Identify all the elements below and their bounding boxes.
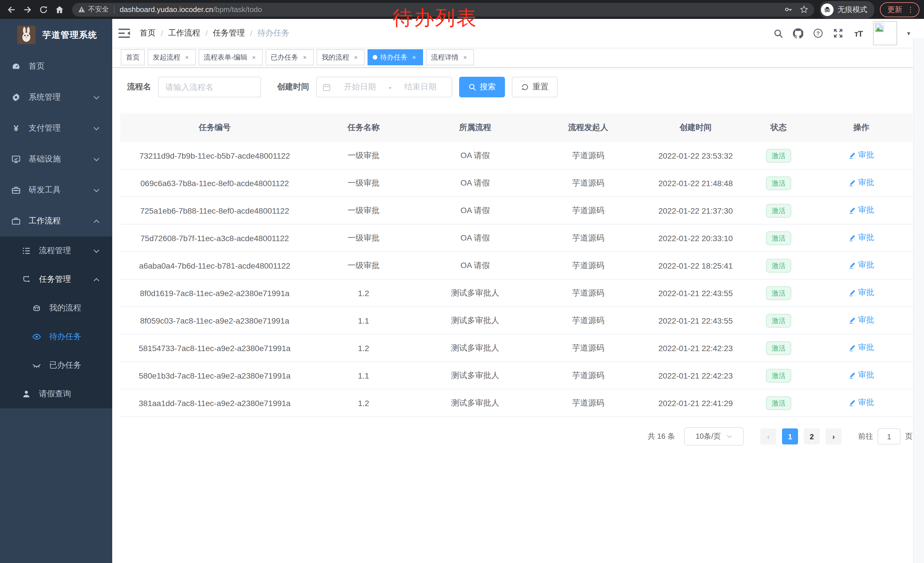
- cell-task-name: 1.1: [309, 362, 418, 389]
- sidebar-collapse-icon[interactable]: [118, 27, 130, 39]
- cell-process: OA 请假: [418, 169, 532, 197]
- cell-initiator: 芋道源码: [532, 169, 644, 197]
- page-scrollbar[interactable]: [913, 38, 924, 563]
- github-icon[interactable]: [793, 28, 804, 38]
- cell-status: 激活: [747, 362, 810, 389]
- sidebar-item-workflow[interactable]: 工作流程: [0, 206, 112, 237]
- dropdown-caret-icon[interactable]: ▾: [907, 30, 910, 37]
- process-name-input[interactable]: [158, 77, 261, 98]
- table-row: 58154733-7ac8-11ec-a9e2-a2380e71991a 1.2…: [120, 334, 912, 362]
- task-table: 任务编号 任务名称 所属流程 流程发起人 创建时间 状态 操作 73211d9d…: [120, 113, 912, 417]
- sidebar-item-my-process[interactable]: 我的流程: [0, 294, 112, 323]
- approve-link[interactable]: 审批: [848, 315, 874, 326]
- page-button-2[interactable]: 2: [804, 428, 820, 444]
- tab-home[interactable]: 首页: [121, 49, 145, 65]
- update-button[interactable]: 更新 ⋮: [880, 2, 920, 17]
- cell-initiator: 芋道源码: [532, 389, 644, 417]
- page-size-select[interactable]: 10条/页: [684, 427, 744, 446]
- goto-page-input[interactable]: [878, 428, 900, 444]
- tab-my-process[interactable]: 我的流程×: [316, 49, 364, 65]
- approve-link[interactable]: 审批: [848, 205, 874, 216]
- chevron-down-icon: [93, 95, 100, 99]
- approve-link[interactable]: 审批: [848, 343, 874, 353]
- breadcrumb-workflow[interactable]: 工作流程: [168, 28, 200, 38]
- breadcrumb-home[interactable]: 首页: [140, 28, 156, 38]
- cell-task-id: 8f0d1619-7ac8-11ec-a9e2-a2380e71991a: [120, 279, 309, 307]
- close-icon[interactable]: ×: [301, 54, 309, 61]
- table-row: 8f059c03-7ac8-11ec-a9e2-a2380e71991a 1.1…: [120, 307, 912, 334]
- date-range-picker[interactable]: 开始日期 - 结束日期: [316, 77, 452, 98]
- avatar[interactable]: [873, 21, 897, 45]
- approve-link[interactable]: 审批: [848, 398, 874, 408]
- search-button[interactable]: 搜索: [459, 77, 505, 98]
- forward-icon[interactable]: [21, 3, 34, 17]
- table-row: 381aa1dd-7ac8-11ec-a9e2-a2380e71991a 1.2…: [120, 389, 912, 417]
- breadcrumb-task-mgmt[interactable]: 任务管理: [213, 28, 245, 38]
- approve-link[interactable]: 审批: [848, 150, 874, 161]
- cell-task-name: 一级审批: [309, 252, 418, 279]
- cell-task-id: 73211d9d-7b9b-11ec-b5b7-acde48001122: [120, 142, 309, 169]
- close-icon[interactable]: ×: [411, 54, 418, 61]
- cell-status: 激活: [747, 334, 810, 362]
- tab-process-detail[interactable]: 流程详情×: [426, 49, 474, 65]
- list-tree-icon: [22, 246, 31, 255]
- cell-initiator: 芋道源码: [532, 362, 644, 389]
- key-icon[interactable]: [784, 5, 793, 14]
- cell-status: 激活: [747, 252, 810, 279]
- tab-form-edit[interactable]: 流程表单-编辑×: [199, 49, 263, 65]
- tab-done-tasks[interactable]: 已办任务×: [266, 49, 314, 65]
- edit-icon: [848, 234, 856, 242]
- close-icon[interactable]: ×: [461, 54, 469, 61]
- sidebar: 芋道管理系统 首页 系统管理 ¥ 支付管理: [0, 19, 112, 563]
- fullscreen-icon[interactable]: [833, 28, 844, 38]
- cell-task-name: 1.2: [309, 279, 418, 307]
- tab-start-process[interactable]: 发起流程×: [148, 49, 196, 65]
- approve-link[interactable]: 审批: [848, 288, 874, 298]
- next-page-button[interactable]: ›: [825, 428, 842, 444]
- app-logo[interactable]: 芋道管理系统: [0, 19, 112, 51]
- cell-process: OA 请假: [418, 197, 532, 224]
- sidebar-item-system[interactable]: 系统管理: [0, 82, 112, 113]
- browser-menu-icon[interactable]: ⋮: [907, 6, 914, 13]
- approve-link[interactable]: 审批: [848, 233, 874, 243]
- security-label: 不安全: [88, 5, 109, 14]
- cell-status: 激活: [747, 224, 810, 252]
- cell-process: 测试多审批人: [418, 389, 532, 417]
- approve-link[interactable]: 审批: [848, 370, 874, 381]
- site-security-chip[interactable]: 不安全: [78, 5, 109, 14]
- sidebar-item-home[interactable]: 首页: [0, 51, 112, 82]
- close-icon[interactable]: ×: [352, 54, 360, 61]
- breadcrumb: 首页 / 工作流程 / 任务管理 / 待办任务: [140, 28, 290, 38]
- reload-icon[interactable]: [37, 3, 50, 17]
- home-icon[interactable]: [52, 3, 66, 17]
- sidebar-item-done-tasks[interactable]: 已办任务: [0, 351, 112, 380]
- cell-actions: 审批: [810, 169, 912, 197]
- close-icon[interactable]: ×: [183, 54, 190, 61]
- star-icon[interactable]: [800, 5, 808, 14]
- prev-page-button[interactable]: ‹: [760, 428, 776, 444]
- sidebar-item-infrastructure[interactable]: 基础设施: [0, 144, 112, 175]
- sidebar-item-task-mgmt[interactable]: 任务管理: [0, 265, 112, 294]
- robot-icon: [32, 303, 41, 313]
- sidebar-item-leave-query[interactable]: 请假查询: [0, 380, 112, 408]
- sidebar-item-process-mgmt[interactable]: 流程管理: [0, 237, 112, 265]
- back-icon[interactable]: [4, 3, 18, 17]
- font-size-icon[interactable]: ᴛT: [853, 28, 864, 38]
- help-icon[interactable]: ?: [813, 28, 824, 38]
- sidebar-item-payment[interactable]: ¥ 支付管理: [0, 113, 112, 144]
- sidebar-item-devtools[interactable]: 研发工具: [0, 175, 112, 206]
- cell-task-id: 580e1b3d-7ac8-11ec-a9e2-a2380e71991a: [120, 362, 309, 389]
- tab-todo-tasks[interactable]: 待办任务×: [368, 49, 423, 65]
- reset-button[interactable]: 重置: [512, 77, 558, 98]
- cell-task-name: 一级审批: [309, 197, 418, 224]
- sidebar-item-todo-tasks[interactable]: 待办任务: [0, 323, 112, 351]
- cell-process: OA 请假: [418, 252, 532, 279]
- approve-link[interactable]: 审批: [848, 178, 874, 188]
- table-row: a6aba0a4-7b6d-11ec-b781-acde48001122 一级审…: [120, 252, 912, 279]
- page-button-1[interactable]: 1: [782, 428, 798, 444]
- approve-link[interactable]: 审批: [848, 260, 874, 270]
- search-icon[interactable]: [773, 28, 783, 38]
- cell-created: 2022-01-21 22:42:23: [644, 334, 747, 362]
- cell-created: 2022-01-22 20:33:10: [644, 224, 747, 252]
- close-icon[interactable]: ×: [250, 54, 258, 61]
